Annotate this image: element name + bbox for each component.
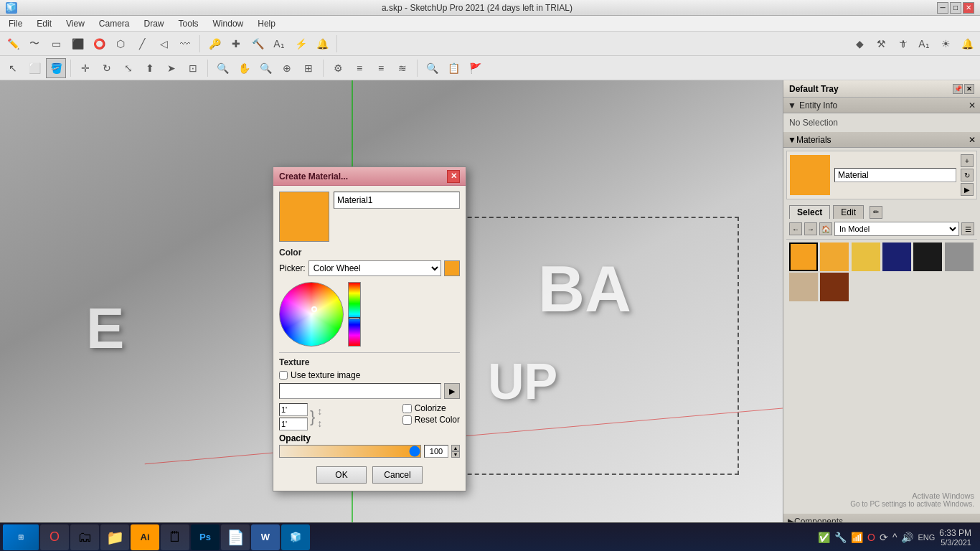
swatch-1[interactable] [820, 242, 849, 271]
swatch-7[interactable] [820, 273, 849, 301]
axis-btn[interactable]: A₁ [914, 34, 934, 54]
color-wheel[interactable] [279, 282, 344, 347]
use-texture-checkbox[interactable] [279, 371, 288, 380]
taskbar-doc[interactable]: 📄 [221, 524, 250, 550]
menu-tools[interactable]: Tools [173, 17, 204, 30]
materials-close[interactable]: ✕ [969, 135, 976, 145]
swatch-2[interactable] [852, 242, 880, 271]
tray-pin-button[interactable]: 📌 [953, 84, 963, 94]
materials-header[interactable]: ▼ Materials ✕ [783, 132, 980, 148]
width-input[interactable] [279, 403, 308, 416]
reset-color-checkbox[interactable] [402, 415, 412, 425]
reset-color-row[interactable]: Reset Color [402, 415, 460, 425]
maximize-button[interactable]: □ [950, 2, 961, 14]
tray-close-button[interactable]: ✕ [964, 84, 974, 94]
eraser-tool-btn[interactable]: ◁ [154, 34, 174, 54]
paint-bucket-btn active[interactable]: 🪣 [46, 58, 66, 78]
delete-material-btn[interactable]: ▶ [961, 183, 974, 196]
pushpull-btn[interactable]: ⬆ [140, 58, 160, 78]
taskbar-opera[interactable]: O [40, 524, 69, 550]
opacity-slider[interactable] [279, 445, 421, 458]
taskbar-word[interactable]: W [251, 524, 280, 550]
pencil-tool-btn[interactable]: ✏️ [3, 34, 23, 54]
layer3-btn[interactable]: ≋ [392, 58, 413, 78]
taskbar-folder[interactable]: 📁 [100, 524, 129, 550]
settings-btn[interactable]: ⚙ [328, 58, 348, 78]
start-button[interactable]: ⊞ [3, 524, 39, 550]
circle-tool-btn[interactable]: ⭕ [89, 34, 109, 54]
create-material-btn[interactable]: + [961, 154, 974, 167]
texture-path-input[interactable] [279, 383, 441, 399]
rotate-btn[interactable]: ↻ [97, 58, 117, 78]
swatch-5[interactable] [945, 242, 974, 271]
move-btn[interactable]: ✛ [75, 58, 95, 78]
dim-btn[interactable]: 🔔 [312, 34, 332, 54]
section-btn[interactable]: ⚡ [291, 34, 311, 54]
opacity-spin-down[interactable]: ▼ [451, 451, 460, 458]
opacity-spin-up[interactable]: ▲ [451, 445, 460, 451]
model-dropdown[interactable]: In Model [834, 222, 959, 236]
followme-btn[interactable]: ➤ [161, 58, 182, 78]
minimize-button[interactable]: ─ [937, 2, 948, 14]
material-name-field[interactable] [834, 168, 956, 182]
tag-btn[interactable]: A₁ [269, 34, 289, 54]
edit-tab[interactable]: Edit [833, 205, 864, 219]
cancel-button[interactable]: Cancel [372, 466, 423, 484]
polygon-tool-btn[interactable]: ⬡ [110, 34, 131, 54]
walk-btn[interactable]: 🗡 [892, 34, 913, 54]
chain-link-icon[interactable]: } [310, 408, 315, 426]
menu-edit[interactable]: Edit [31, 17, 57, 30]
orbit-btn[interactable]: 🔍 [212, 58, 232, 78]
bell-btn[interactable]: 🔔 [957, 34, 977, 54]
swatch-0[interactable] [789, 242, 818, 271]
ok-button[interactable]: OK [316, 466, 367, 484]
taskbar-notepad[interactable]: 🗒 [161, 524, 189, 550]
nav-forward-btn[interactable]: → [804, 222, 817, 235]
rubber-btn[interactable]: ⬜ [24, 58, 44, 78]
taskbar-photoshop[interactable]: Ps [191, 524, 220, 550]
clip-btn[interactable]: 📋 [443, 58, 463, 78]
zoommore-btn[interactable]: ⊞ [298, 58, 319, 78]
component-btn[interactable]: ◆ [849, 34, 870, 54]
swatch-4[interactable] [913, 242, 942, 271]
opacity-value-input[interactable] [424, 445, 448, 458]
layer-btn[interactable]: ≡ [349, 58, 369, 78]
walk2-btn[interactable]: 🔍 [422, 58, 442, 78]
rect-tool-btn[interactable]: ▭ [46, 34, 66, 54]
pan-btn[interactable]: ✋ [234, 58, 254, 78]
taskbar-illustrator[interactable]: Ai [131, 524, 159, 550]
menu-view[interactable]: View [60, 17, 90, 30]
nav-home-btn[interactable]: 🏠 [819, 222, 832, 235]
current-color-swatch[interactable] [444, 260, 460, 276]
line-tool-btn[interactable]: ╱ [132, 34, 152, 54]
freehand-btn[interactable]: 〰 [175, 34, 195, 54]
zoom-ext-btn[interactable]: ⊕ [277, 58, 297, 78]
taskbar-sketchup[interactable]: 🧊 [281, 524, 310, 550]
picker-dropdown[interactable]: Color Wheel HLS HSB RGB [308, 260, 441, 276]
menu-camera[interactable]: Camera [93, 17, 136, 30]
menu-window[interactable]: Window [207, 17, 250, 30]
swatch-3[interactable] [882, 242, 911, 271]
offset-btn[interactable]: ⊡ [183, 58, 203, 78]
menu-draw[interactable]: Draw [138, 17, 170, 30]
measure-btn[interactable]: ✚ [226, 34, 246, 54]
flip-btn[interactable]: 🚩 [465, 58, 485, 78]
taskbar-explorer[interactable]: 🗂 [70, 524, 99, 550]
paint-btn[interactable]: 🔑 [204, 34, 225, 54]
zoom-btn[interactable]: 🔍 [255, 58, 275, 78]
push-pull-btn[interactable]: ⬛ [67, 34, 88, 54]
text-btn[interactable]: 🔨 [248, 34, 268, 54]
section2-btn[interactable]: ☀ [936, 34, 956, 54]
menu-help[interactable]: Help [252, 17, 281, 30]
layer2-btn[interactable]: ≡ [371, 58, 391, 78]
hue-slider[interactable] [348, 282, 361, 347]
arc-tool-btn[interactable]: 〜 [24, 34, 44, 54]
edit-pencil-icon[interactable]: ✏ [870, 206, 882, 219]
height-input[interactable] [279, 418, 308, 430]
colorize-checkbox[interactable] [402, 404, 412, 413]
menu-file[interactable]: File [3, 17, 28, 30]
material-name-input[interactable] [334, 192, 460, 209]
interact-btn[interactable]: ⚒ [871, 34, 891, 54]
entity-info-header[interactable]: ▼ Entity Info ✕ [783, 98, 980, 113]
select-tab[interactable]: Select [789, 205, 830, 219]
